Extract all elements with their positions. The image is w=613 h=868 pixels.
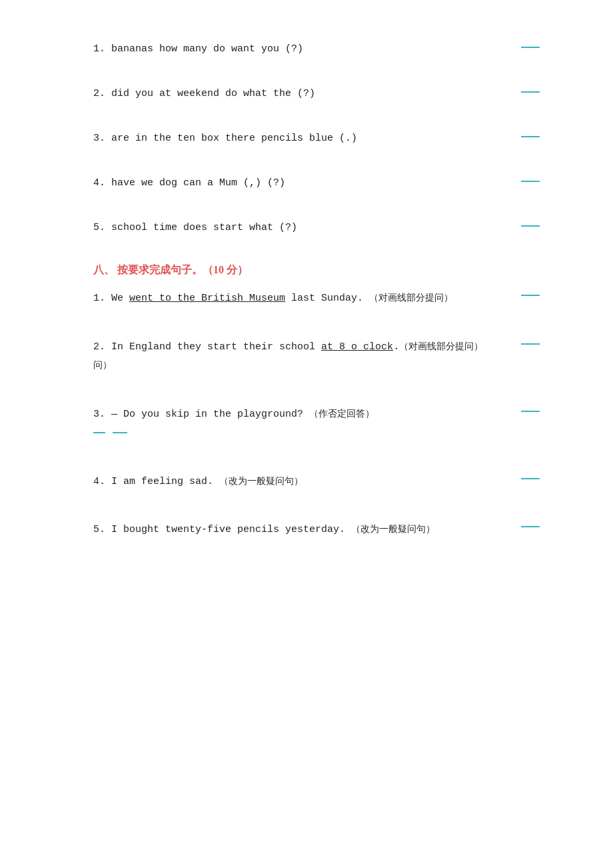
answer-line-2	[521, 91, 540, 93]
q8-1-underlined: went to the British Museum	[129, 293, 285, 304]
q7-3-text: 3.	[93, 133, 105, 144]
q7-5-text: 5.	[93, 222, 105, 233]
q8-2-underlined: at 8 o clock	[321, 341, 393, 353]
answer-line-q8-2	[521, 343, 540, 345]
answer-line-q8-3	[521, 411, 540, 412]
q8-1-cn: （对画线部分提问）	[369, 293, 453, 303]
q7-item-5: 5. school time does start what (?)	[93, 219, 520, 237]
q8-item-5: 5. I bought twenty-five pencils yesterda…	[93, 521, 520, 540]
section-8: 八、 按要求完成句子。（10 分） 1. We went to the Brit…	[93, 263, 520, 540]
q8-1-num: 1.	[93, 293, 105, 304]
answer-line-5	[521, 225, 540, 227]
q7-item-3: 3. are in the ten box there pencils blue…	[93, 129, 520, 147]
q8-4-num: 4.	[93, 476, 105, 487]
q7-item-4: 4. have we dog can a Mum (,) (?)	[93, 174, 520, 192]
q7-4-text: 4.	[93, 177, 105, 189]
q8-2-cn2: 问）	[93, 360, 112, 370]
q8-2-rest: .	[393, 341, 399, 353]
left-dash-q8-3	[93, 432, 105, 433]
q8-1-main: We	[111, 293, 129, 304]
q8-3-cn: （作否定回答）	[309, 409, 374, 419]
q8-5-num: 5.	[93, 524, 105, 535]
answer-line-4	[521, 181, 540, 182]
q8-item-3: 3. — Do you skip in the playground? （作否定…	[93, 405, 520, 443]
q8-3-main: — Do you skip in the playground?	[111, 409, 309, 420]
section-7: 1. bananas how many do want you (?) 2. d…	[93, 40, 520, 237]
answer-line-1	[521, 47, 540, 48]
right-dash-q8-3	[113, 432, 127, 433]
q7-2-content: did you at weekend do what the (?)	[111, 88, 315, 99]
q7-1-text: 1.	[93, 43, 105, 55]
q7-5-content: school time does start what (?)	[111, 222, 297, 233]
answer-line-q8-1	[521, 295, 540, 296]
answer-line-q8-4	[521, 478, 540, 479]
answer-line-3	[521, 136, 540, 137]
q7-1-content: bananas how many do want you (?)	[111, 43, 303, 55]
q8-4-main: I am feeling sad.	[111, 476, 219, 487]
q8-3-num: 3.	[93, 409, 105, 420]
section-8-header: 八、 按要求完成句子。（10 分）	[93, 263, 520, 277]
q8-item-2: 2. In England they start their school at…	[93, 338, 520, 376]
q8-2-num: 2.	[93, 341, 105, 353]
q8-2-cn: （对画线部分提问）	[399, 341, 483, 351]
q7-item-2: 2. did you at weekend do what the (?)	[93, 85, 520, 103]
answer-line-q8-5	[521, 526, 540, 527]
q7-item-1: 1. bananas how many do want you (?)	[93, 40, 520, 58]
q8-5-main: I bought twenty-five pencils yesterday.	[111, 524, 351, 535]
q8-2-main: In England they start their school	[111, 341, 321, 353]
q7-3-content: are in the ten box there pencils blue (.…	[111, 133, 357, 144]
q7-2-text: 2.	[93, 88, 105, 99]
q8-1-rest: last Sunday.	[285, 293, 363, 304]
q7-4-content: have we dog can a Mum (,) (?)	[111, 177, 285, 189]
q8-4-cn: （改为一般疑问句）	[219, 476, 303, 486]
q8-5-cn: （改为一般疑问句）	[351, 524, 435, 534]
q8-item-4: 4. I am feeling sad. （改为一般疑问句）	[93, 473, 520, 492]
q8-item-1: 1. We went to the British Museum last Su…	[93, 289, 520, 309]
